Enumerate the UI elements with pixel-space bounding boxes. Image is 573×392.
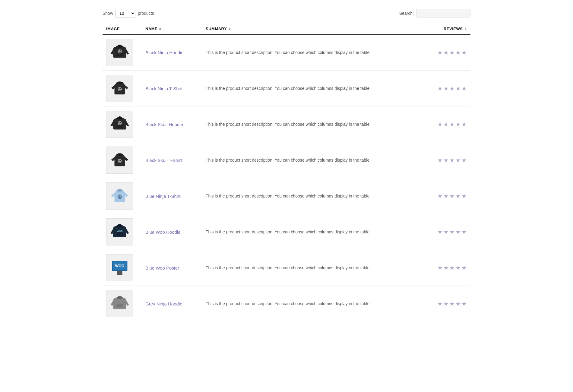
- product-reviews-cell: ★★★★ ★ ★: [422, 214, 470, 250]
- product-name-link[interactable]: Blue Woo Poster: [145, 265, 179, 270]
- table-row: Black Ninja T-ShirtThis is the product s…: [103, 71, 470, 106]
- col-header-image: IMAGE: [103, 24, 142, 34]
- search-area: Search:: [399, 9, 470, 17]
- star-rating: ★★★★ ★ ★: [426, 121, 467, 128]
- svg-point-9: [119, 122, 120, 123]
- star-full: ★: [455, 300, 461, 307]
- star-full: ★: [449, 121, 455, 128]
- star-full: ★: [443, 228, 449, 236]
- star-rating: ★★★★ ★ ★: [426, 300, 467, 307]
- star-half: ★ ★: [461, 121, 467, 128]
- product-name-link[interactable]: Black Ninja Hoodie: [145, 50, 184, 55]
- star-full: ★: [437, 49, 443, 56]
- per-page-select[interactable]: 10 25 50: [116, 9, 135, 17]
- product-image-cell: [103, 286, 142, 322]
- product-image-cell: WOO: [103, 250, 142, 286]
- star-half: ★ ★: [461, 156, 467, 164]
- product-name-cell: Grey Ninja Hoodie: [142, 286, 202, 322]
- star-full: ★: [449, 264, 455, 271]
- star-rating: ★★★★ ★ ★: [426, 192, 467, 200]
- product-image-cell: [103, 142, 142, 178]
- product-name-link[interactable]: Black Skull T-Shirt: [145, 158, 182, 163]
- star-full: ★: [449, 85, 455, 92]
- star-full: ★: [449, 192, 455, 200]
- product-name-link[interactable]: Black Ninja T-Shirt: [145, 86, 182, 91]
- star-full: ★: [455, 264, 461, 271]
- products-table: IMAGE NAME SUMMARY REVIEWS: [103, 24, 470, 321]
- product-reviews-cell: ★★★★ ★ ★: [422, 178, 470, 214]
- product-image: [106, 75, 133, 102]
- product-image-cell: [103, 71, 142, 106]
- svg-point-16: [120, 196, 121, 197]
- star-half: ★ ★: [461, 264, 467, 271]
- table-row: Grey Ninja HoodieThis is the product sho…: [103, 286, 470, 322]
- table-row: Black Skull T-ShirtThis is the product s…: [103, 142, 470, 178]
- product-reviews-cell: ★★★★ ★ ★: [422, 286, 470, 322]
- star-full: ★: [449, 49, 455, 56]
- product-name-cell: Black Skull Hoodie: [142, 106, 202, 142]
- star-half: ★ ★: [461, 49, 467, 56]
- product-image: [106, 111, 133, 138]
- svg-point-14: [118, 195, 122, 199]
- table-row: WOO Blue Woo PosterThis is the product s…: [103, 250, 470, 286]
- top-controls: Show 10 25 50 products Search:: [103, 9, 470, 17]
- product-name-link[interactable]: Blue Ninja T-Shirt: [145, 194, 180, 199]
- star-full: ★: [437, 121, 443, 128]
- products-label: products: [138, 11, 154, 16]
- star-full: ★: [455, 121, 461, 128]
- product-name-link[interactable]: Blue Woo Hoodie: [145, 229, 180, 235]
- star-full: ★: [443, 85, 449, 92]
- col-header-name[interactable]: NAME: [142, 24, 202, 34]
- product-image-cell: [103, 106, 142, 142]
- star-full: ★: [455, 156, 461, 164]
- product-name-cell: Black Ninja Hoodie: [142, 34, 202, 71]
- page-wrapper: Show 10 25 50 products Search: IMAGE NAM…: [90, 0, 483, 330]
- product-name-cell: Blue Ninja T-Shirt: [142, 178, 202, 214]
- show-label: Show: [103, 11, 113, 16]
- star-full: ★: [437, 156, 443, 164]
- svg-point-2: [119, 50, 120, 52]
- product-image: [106, 147, 133, 174]
- svg-point-8: [118, 121, 122, 125]
- star-full: ★: [443, 192, 449, 200]
- product-reviews-cell: ★★★★ ★ ★: [422, 71, 470, 106]
- product-image-cell: WOO: [103, 214, 142, 250]
- search-input[interactable]: [416, 9, 470, 17]
- star-full: ★: [443, 264, 449, 271]
- svg-rect-17: [117, 232, 123, 236]
- product-name-link[interactable]: Black Skull Hoodie: [145, 122, 183, 127]
- product-summary-cell: This is the product short description. Y…: [202, 34, 422, 71]
- col-header-reviews[interactable]: REVIEWS: [422, 24, 470, 34]
- table-row: Black Ninja HoodieThis is the product sh…: [103, 34, 470, 71]
- svg-point-15: [119, 196, 120, 197]
- star-full: ★: [455, 49, 461, 56]
- svg-point-1: [118, 49, 122, 54]
- table-header-row: IMAGE NAME SUMMARY REVIEWS: [103, 24, 470, 34]
- star-half: ★ ★: [461, 192, 467, 200]
- product-summary-cell: This is the product short description. Y…: [202, 106, 422, 142]
- star-full: ★: [437, 85, 443, 92]
- star-rating: ★★★★ ★ ★: [426, 228, 467, 236]
- svg-point-5: [119, 88, 120, 89]
- svg-rect-26: [117, 304, 123, 308]
- star-full: ★: [437, 192, 443, 200]
- svg-point-6: [120, 88, 121, 89]
- star-full: ★: [455, 85, 461, 92]
- star-half: ★ ★: [461, 228, 467, 236]
- star-full: ★: [437, 228, 443, 236]
- star-full: ★: [437, 264, 443, 271]
- star-full: ★: [443, 300, 449, 307]
- star-full: ★: [449, 300, 455, 307]
- product-summary-cell: This is the product short description. Y…: [202, 214, 422, 250]
- col-header-summary[interactable]: SUMMARY: [202, 24, 422, 34]
- svg-text:WOO: WOO: [115, 264, 125, 268]
- show-products-control: Show 10 25 50 products: [103, 9, 154, 17]
- star-full: ★: [455, 228, 461, 236]
- product-image: [106, 290, 133, 317]
- product-name-cell: Blue Woo Poster: [142, 250, 202, 286]
- star-rating: ★★★★ ★ ★: [426, 264, 467, 271]
- star-full: ★: [449, 228, 455, 236]
- product-name-link[interactable]: Grey Ninja Hoodie: [145, 301, 182, 306]
- product-image: WOO: [106, 254, 133, 281]
- table-row: WOO Blue Woo HoodieThis is the product s…: [103, 214, 470, 250]
